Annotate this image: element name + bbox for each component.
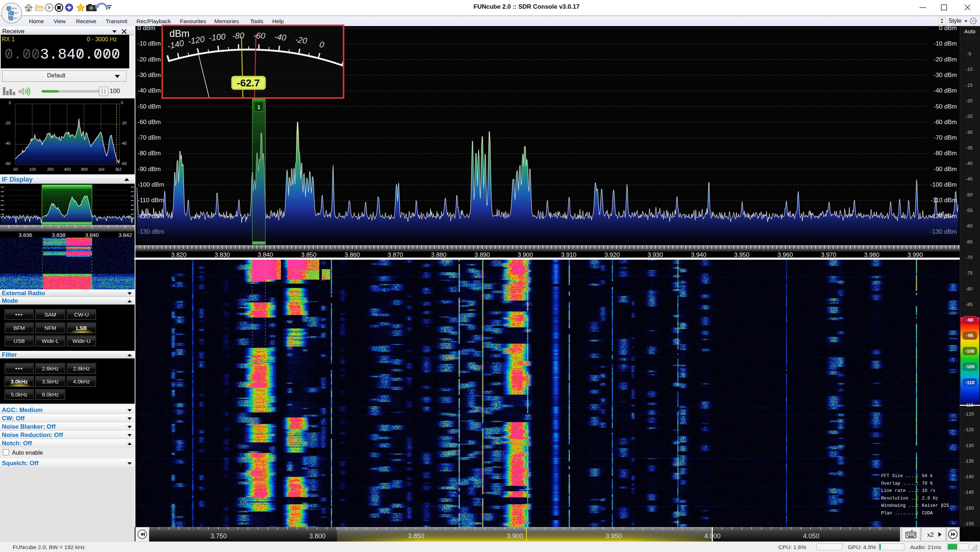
svg-text:3.750: 3.750 bbox=[210, 533, 227, 540]
svg-text:-100: -100 bbox=[208, 32, 226, 43]
svg-text:0: 0 bbox=[318, 40, 325, 49]
svg-text:x2: x2 bbox=[927, 531, 934, 538]
svg-text:-20: -20 bbox=[295, 35, 308, 46]
svg-text:-95: -95 bbox=[967, 333, 974, 338]
svg-text:-60: -60 bbox=[253, 31, 266, 41]
svg-text:-140: -140 bbox=[167, 38, 185, 51]
svg-text:-110: -110 bbox=[965, 380, 974, 385]
svg-text:-62.7: -62.7 bbox=[237, 78, 260, 89]
svg-text:-90: -90 bbox=[967, 317, 974, 323]
svg-text:dBm: dBm bbox=[169, 28, 190, 39]
svg-text:3.900: 3.900 bbox=[507, 533, 523, 540]
svg-text:-100: -100 bbox=[965, 348, 975, 354]
svg-text:3.850: 3.850 bbox=[408, 533, 424, 540]
svg-text:-40: -40 bbox=[274, 32, 287, 42]
svg-text:1: 1 bbox=[258, 104, 260, 110]
svg-text:3.800: 3.800 bbox=[309, 533, 325, 540]
svg-text:-120: -120 bbox=[187, 34, 205, 46]
svg-text:-105: -105 bbox=[965, 364, 975, 369]
svg-text:4.050: 4.050 bbox=[803, 533, 819, 540]
svg-text:-80: -80 bbox=[232, 31, 244, 41]
svg-text:Style: Style bbox=[948, 18, 961, 24]
svg-text:3.950: 3.950 bbox=[606, 533, 622, 540]
